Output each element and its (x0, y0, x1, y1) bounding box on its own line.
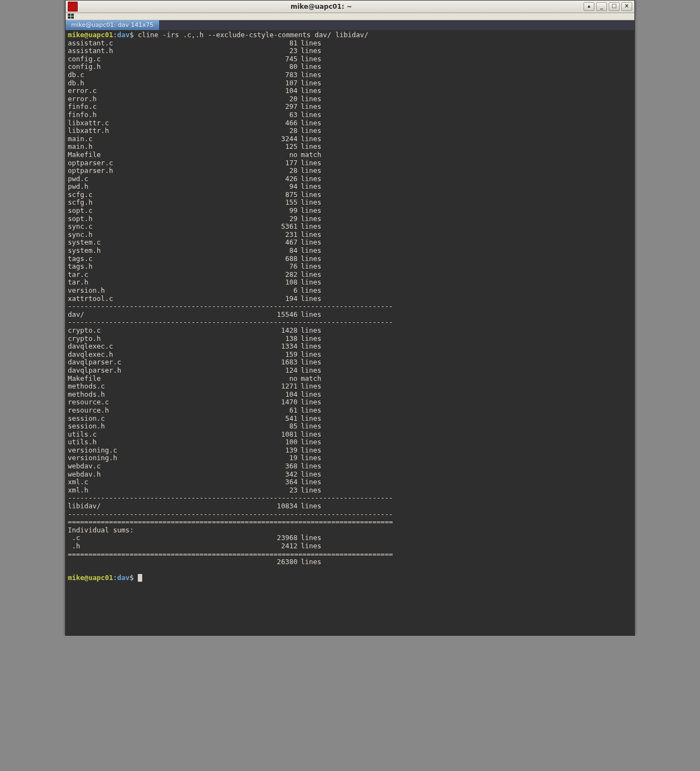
shade-button[interactable]: ▴ (584, 2, 594, 11)
line-count: 139 (254, 447, 301, 455)
tab-bar[interactable]: mike@uapc01: dav 141x75 (66, 20, 634, 30)
file-name: scfg.c (68, 191, 254, 199)
panes-icon[interactable] (68, 14, 74, 19)
file-name: sopt.h (68, 215, 254, 223)
output-row: xml.c364lines (68, 478, 385, 486)
unit-label: lines (301, 207, 345, 215)
file-name: libxattr.h (68, 127, 254, 135)
line-count: no (254, 375, 301, 383)
line-count: 745 (254, 55, 301, 63)
file-name: resource.h (68, 407, 254, 415)
line-count: 159 (254, 351, 301, 359)
output-row: pwd.c426lines (68, 175, 385, 183)
output-row: system.h84lines (68, 247, 385, 255)
unit-label: lines (301, 47, 345, 55)
unit-label: lines (301, 343, 345, 351)
file-name: tar.c (68, 271, 254, 279)
file-name: tags.h (68, 263, 254, 271)
unit-label: lines (301, 143, 345, 151)
maximize-button[interactable]: □ (609, 2, 620, 11)
line-count: 10834 (254, 502, 301, 511)
output-row: resource.h61lines (68, 407, 385, 415)
individual-sum-row: .c23968lines (68, 534, 385, 542)
unit-label: lines (301, 167, 345, 175)
line-count: 108 (254, 279, 301, 287)
line-count: 63 (254, 111, 301, 119)
output-row: pwd.h94lines (68, 183, 385, 191)
output-row: libxattr.h28lines (68, 127, 385, 135)
line-count: 104 (254, 87, 301, 95)
line-count: 85 (254, 422, 301, 431)
titlebar[interactable]: mike@uapc01: ~ ▴ _ □ × (66, 1, 634, 13)
output-row: webdav.h342lines (68, 471, 385, 479)
file-name: finfo.c (68, 103, 254, 111)
output-row: Makefilenomatch (68, 151, 385, 159)
unit-label: lines (301, 351, 345, 359)
minimize-button[interactable]: _ (596, 2, 607, 11)
unit-label: lines (301, 391, 345, 399)
unit-label: lines (301, 263, 345, 271)
file-name: error.h (68, 95, 254, 103)
output-row: utils.c1081lines (68, 431, 385, 439)
file-name: sopt.c (68, 207, 254, 215)
unit-label: lines (301, 367, 345, 375)
line-count: 282 (254, 271, 301, 279)
line-count: 61 (254, 407, 301, 415)
prompt-path: dav (117, 573, 130, 582)
output-row: crypto.h138lines (68, 335, 385, 343)
output-row: config.h80lines (68, 63, 385, 71)
file-name: davqlexec.h (68, 351, 254, 359)
output-row: main.h125lines (68, 143, 385, 151)
file-name: .c (68, 534, 254, 542)
unit-label: lines (301, 103, 345, 111)
prompt-line-idle[interactable]: mike@uapc01:dav$ (68, 574, 632, 582)
unit-label: lines (301, 95, 345, 103)
file-name: config.c (68, 55, 254, 63)
line-count: 138 (254, 335, 301, 343)
output-row: session.h85lines (68, 422, 385, 431)
output-row: crypto.c1428lines (68, 327, 385, 335)
file-name: utils.h (68, 438, 254, 447)
output-row: xattrtool.c194lines (68, 295, 385, 303)
dash-rule: ----------------------------------------… (68, 318, 632, 327)
unit-label: lines (301, 119, 345, 127)
line-count: 5361 (254, 223, 301, 231)
tab-active[interactable]: mike@uapc01: dav 141x75 (66, 20, 160, 30)
unit-label: lines (301, 454, 345, 462)
output-row: system.c467lines (68, 239, 385, 247)
unit-label: lines (301, 87, 345, 95)
file-name: crypto.h (68, 335, 254, 343)
output-row: session.c541lines (68, 415, 385, 423)
unit-label: lines (301, 239, 345, 247)
terminal-output[interactable]: mike@uapc01:dav$ cline -irs .c,.h --excl… (66, 30, 634, 635)
line-count: 2412 (254, 542, 301, 550)
close-button[interactable]: × (621, 2, 632, 11)
unit-label: lines (301, 478, 345, 486)
line-count: 467 (254, 239, 301, 247)
output-row: assistant.h23lines (68, 47, 385, 55)
output-row: sync.c5361lines (68, 223, 385, 231)
line-count: 15546 (254, 311, 301, 319)
line-count: 194 (254, 295, 301, 303)
double-rule: ========================================… (68, 518, 632, 526)
unit-label: lines (301, 231, 345, 239)
output-row: config.c745lines (68, 55, 385, 63)
line-count: 1334 (254, 343, 301, 351)
cursor[interactable] (138, 574, 142, 582)
unit-label: lines (301, 407, 345, 415)
file-name: libidav/ (68, 502, 254, 511)
file-name: session.c (68, 415, 254, 423)
line-count: 688 (254, 255, 301, 263)
file-name: optparser.c (68, 159, 254, 167)
file-name: main.c (68, 135, 254, 143)
file-name: .h (68, 542, 254, 550)
unit-label: lines (301, 431, 345, 439)
unit-label: lines (301, 486, 345, 495)
double-rule: ========================================… (68, 550, 632, 559)
file-name: session.h (68, 422, 254, 431)
line-count: 29 (254, 215, 301, 223)
line-count: 107 (254, 79, 301, 88)
menubar[interactable] (66, 13, 634, 20)
line-count: 155 (254, 199, 301, 207)
output-row: webdav.c368lines (68, 462, 385, 471)
